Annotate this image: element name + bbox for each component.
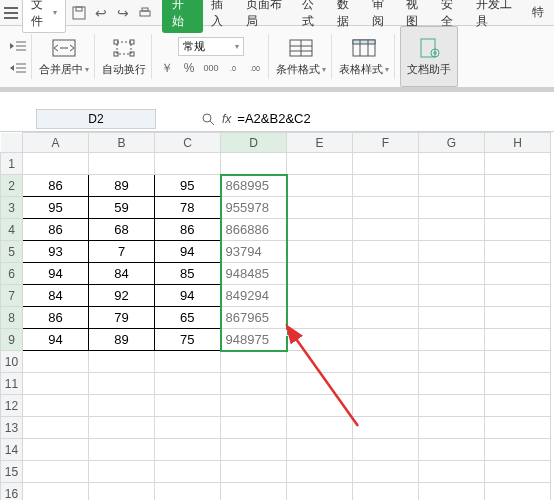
cell[interactable] bbox=[419, 219, 485, 241]
merge-group[interactable]: 合并居中▾ bbox=[33, 26, 95, 87]
cell[interactable]: 68 bbox=[89, 219, 155, 241]
col-header[interactable]: E bbox=[287, 133, 353, 153]
cell[interactable] bbox=[353, 241, 419, 263]
cell[interactable] bbox=[419, 439, 485, 461]
col-header[interactable]: G bbox=[419, 133, 485, 153]
cell[interactable] bbox=[287, 461, 353, 483]
row-header[interactable]: 16 bbox=[1, 483, 23, 501]
name-box[interactable]: D2 bbox=[36, 109, 156, 129]
cell[interactable] bbox=[419, 307, 485, 329]
cell[interactable] bbox=[485, 175, 551, 197]
wrap-group[interactable]: 自动换行 bbox=[96, 26, 152, 87]
cell[interactable]: 86 bbox=[23, 219, 89, 241]
cell[interactable] bbox=[221, 461, 287, 483]
cell[interactable]: 85 bbox=[155, 263, 221, 285]
cell[interactable]: 78 bbox=[155, 197, 221, 219]
cell[interactable] bbox=[485, 417, 551, 439]
format-select[interactable]: 常规▾ bbox=[178, 37, 244, 56]
cell[interactable] bbox=[23, 395, 89, 417]
row-header[interactable]: 2 bbox=[1, 175, 23, 197]
undo-icon[interactable]: ↩ bbox=[94, 6, 108, 20]
cond-format-group[interactable]: 条件格式▾ bbox=[270, 26, 332, 87]
cell[interactable] bbox=[155, 373, 221, 395]
cell[interactable] bbox=[419, 329, 485, 351]
row-header[interactable]: 13 bbox=[1, 417, 23, 439]
cell[interactable] bbox=[485, 153, 551, 175]
cell[interactable] bbox=[287, 439, 353, 461]
cell[interactable] bbox=[287, 483, 353, 501]
cell[interactable]: 868995 bbox=[221, 175, 287, 197]
cell[interactable] bbox=[23, 417, 89, 439]
col-header[interactable]: B bbox=[89, 133, 155, 153]
row-header[interactable]: 6 bbox=[1, 263, 23, 285]
cell[interactable]: 93 bbox=[23, 241, 89, 263]
cell[interactable]: 866886 bbox=[221, 219, 287, 241]
cell[interactable]: 84 bbox=[23, 285, 89, 307]
row-header[interactable]: 1 bbox=[1, 153, 23, 175]
row-header[interactable]: 11 bbox=[1, 373, 23, 395]
cell[interactable] bbox=[155, 395, 221, 417]
cell[interactable]: 94 bbox=[155, 241, 221, 263]
cell[interactable] bbox=[89, 461, 155, 483]
row-header[interactable]: 3 bbox=[1, 197, 23, 219]
cell[interactable] bbox=[485, 263, 551, 285]
cell[interactable]: 86 bbox=[23, 307, 89, 329]
cell[interactable] bbox=[353, 175, 419, 197]
cell[interactable]: 95 bbox=[155, 175, 221, 197]
cell[interactable]: 867965 bbox=[221, 307, 287, 329]
cell[interactable]: 92 bbox=[89, 285, 155, 307]
cell[interactable]: 94 bbox=[23, 329, 89, 351]
indent-dec-icon[interactable] bbox=[10, 38, 26, 54]
tab-dev[interactable]: 开发工具 bbox=[470, 0, 524, 33]
cell[interactable] bbox=[419, 351, 485, 373]
cell[interactable] bbox=[353, 153, 419, 175]
cell[interactable] bbox=[353, 461, 419, 483]
cell[interactable]: 84 bbox=[89, 263, 155, 285]
col-header[interactable]: A bbox=[23, 133, 89, 153]
cell[interactable] bbox=[353, 197, 419, 219]
cell[interactable]: 93794 bbox=[221, 241, 287, 263]
cell[interactable] bbox=[23, 439, 89, 461]
cell[interactable] bbox=[485, 329, 551, 351]
cell[interactable] bbox=[221, 417, 287, 439]
cell[interactable] bbox=[221, 439, 287, 461]
cell[interactable] bbox=[485, 241, 551, 263]
cell[interactable] bbox=[89, 417, 155, 439]
cell[interactable] bbox=[485, 285, 551, 307]
cell[interactable] bbox=[287, 329, 353, 351]
cell[interactable] bbox=[419, 395, 485, 417]
cell[interactable] bbox=[353, 417, 419, 439]
cell[interactable] bbox=[485, 461, 551, 483]
cell[interactable] bbox=[353, 373, 419, 395]
cell[interactable] bbox=[221, 153, 287, 175]
cell[interactable] bbox=[485, 307, 551, 329]
cell[interactable] bbox=[353, 395, 419, 417]
row-header[interactable]: 14 bbox=[1, 439, 23, 461]
cell[interactable] bbox=[287, 263, 353, 285]
cell[interactable]: 95 bbox=[23, 197, 89, 219]
cell[interactable] bbox=[353, 263, 419, 285]
col-header[interactable]: H bbox=[485, 133, 551, 153]
cell[interactable] bbox=[353, 285, 419, 307]
cell[interactable] bbox=[287, 197, 353, 219]
cell[interactable] bbox=[419, 175, 485, 197]
row-header[interactable]: 5 bbox=[1, 241, 23, 263]
cell[interactable] bbox=[155, 153, 221, 175]
cell[interactable] bbox=[89, 351, 155, 373]
cell[interactable] bbox=[287, 241, 353, 263]
cell[interactable] bbox=[287, 307, 353, 329]
save-icon[interactable] bbox=[72, 6, 86, 20]
cell[interactable] bbox=[23, 483, 89, 501]
cell[interactable] bbox=[89, 373, 155, 395]
cell[interactable] bbox=[485, 219, 551, 241]
fill-handle[interactable] bbox=[286, 330, 292, 336]
fx-icon[interactable]: fx bbox=[222, 112, 231, 126]
cell[interactable]: 86 bbox=[155, 219, 221, 241]
indent-inc-icon[interactable] bbox=[10, 60, 26, 76]
cell[interactable] bbox=[353, 483, 419, 501]
cell[interactable] bbox=[419, 197, 485, 219]
cell[interactable] bbox=[89, 483, 155, 501]
cell[interactable] bbox=[485, 439, 551, 461]
cell[interactable] bbox=[89, 395, 155, 417]
cell[interactable] bbox=[287, 285, 353, 307]
